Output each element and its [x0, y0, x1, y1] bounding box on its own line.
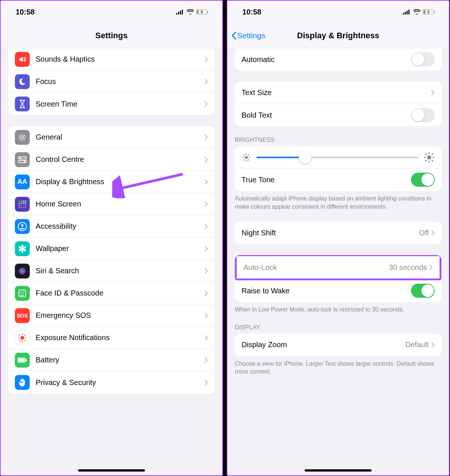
- chevron-right-icon: [204, 246, 208, 252]
- row-battery[interactable]: Battery: [8, 349, 215, 371]
- svg-point-47: [19, 339, 20, 341]
- chevron-right-icon: [204, 290, 208, 296]
- row-true-tone[interactable]: True Tone: [235, 169, 441, 191]
- svg-rect-1: [178, 12, 179, 14]
- svg-point-46: [22, 341, 23, 342]
- settings-group-1: Sounds & HapticsFocusScreen Time: [8, 48, 215, 115]
- row-text-size[interactable]: Text Size: [235, 82, 441, 104]
- row-bold-text[interactable]: Bold Text: [235, 104, 441, 126]
- svg-line-65: [243, 159, 245, 160]
- row-siri[interactable]: Siri & Search: [8, 260, 215, 282]
- night-shift-group: Night Shift Off: [235, 222, 441, 244]
- svg-line-75: [432, 153, 433, 154]
- display-zoom-value: Default: [405, 340, 429, 349]
- faceid-icon: [15, 286, 30, 301]
- row-accessibility[interactable]: Accessibility: [8, 215, 215, 238]
- svg-point-44: [26, 337, 27, 338]
- row-sounds[interactable]: Sounds & Haptics: [8, 48, 215, 71]
- chevron-right-icon: [204, 101, 208, 107]
- svg-point-67: [427, 155, 431, 160]
- brightness-header: BRIGHTNESS: [235, 137, 441, 143]
- nav-header: Settings Display & Brightness: [227, 23, 449, 48]
- page-title: Settings: [95, 31, 128, 40]
- raise-to-wake-toggle[interactable]: [411, 284, 435, 298]
- svg-line-74: [425, 160, 427, 161]
- svg-point-40: [23, 292, 24, 293]
- row-automatic[interactable]: Automatic: [235, 48, 441, 71]
- row-privacy[interactable]: Privacy & Security: [8, 371, 215, 394]
- back-label: Settings: [237, 31, 265, 40]
- right-phone-display-brightness: 10:58 5 Settings Display & Brightness Au…: [227, 0, 450, 476]
- siri-icon: [15, 264, 30, 278]
- svg-rect-52: [19, 359, 25, 362]
- svg-rect-56: [407, 11, 408, 14]
- svg-point-4: [21, 136, 24, 139]
- row-screentime[interactable]: Screen Time: [8, 93, 215, 115]
- accessibility-label: Accessibility: [36, 222, 204, 231]
- svg-point-43: [24, 334, 26, 336]
- battery-icon: 5: [196, 9, 207, 14]
- svg-rect-2: [180, 11, 181, 14]
- svg-rect-12: [25, 200, 26, 202]
- svg-rect-9: [19, 200, 20, 202]
- display-label: Display & Brightness: [36, 177, 204, 186]
- svg-point-48: [18, 337, 19, 338]
- svg-point-42: [22, 333, 23, 335]
- signal-icon: [176, 9, 184, 14]
- privacy-icon: [15, 375, 30, 390]
- row-wallpaper[interactable]: Wallpaper: [8, 238, 215, 260]
- chevron-right-icon: [429, 264, 433, 270]
- svg-rect-54: [403, 13, 404, 14]
- row-focus[interactable]: Focus: [8, 71, 215, 93]
- row-homescreen[interactable]: Home Screen: [8, 193, 215, 215]
- status-bar: 10:58 5: [1, 1, 222, 23]
- row-faceid[interactable]: Face ID & Passcode: [8, 282, 215, 304]
- brightness-high-icon: [424, 152, 435, 163]
- chevron-right-icon: [204, 313, 208, 319]
- accessibility-icon: [15, 219, 30, 234]
- brightness-slider[interactable]: [256, 157, 418, 158]
- automatic-label: Automatic: [242, 55, 411, 64]
- svg-rect-11: [23, 200, 24, 202]
- row-brightness-slider[interactable]: [235, 146, 441, 169]
- row-controlcentre[interactable]: Control Centre: [8, 149, 215, 171]
- status-icons: 5: [176, 9, 207, 14]
- svg-point-31: [22, 250, 23, 253]
- automatic-toggle[interactable]: [411, 52, 435, 66]
- chevron-right-icon: [204, 335, 208, 341]
- brightness-group: True Tone: [235, 146, 441, 191]
- bold-text-toggle[interactable]: [411, 108, 435, 122]
- svg-point-41: [20, 336, 24, 340]
- svg-line-63: [243, 154, 245, 156]
- row-display-zoom[interactable]: Display Zoom Default: [235, 334, 441, 356]
- true-tone-toggle[interactable]: [411, 173, 435, 187]
- chevron-right-icon: [204, 79, 208, 85]
- display-header: DISPLAY: [235, 324, 441, 331]
- wallpaper-icon: [15, 241, 30, 256]
- chevron-right-icon: [204, 224, 208, 229]
- row-raise-to-wake[interactable]: Raise to Wake: [235, 280, 441, 302]
- back-button[interactable]: Settings: [231, 31, 265, 40]
- svg-point-28: [22, 245, 23, 248]
- general-label: General: [36, 133, 204, 141]
- home-indicator[interactable]: [78, 469, 145, 472]
- homescreen-icon: [15, 197, 30, 212]
- svg-rect-24: [25, 206, 26, 208]
- auto-lock-label: Auto-Lock: [243, 263, 389, 272]
- controlcentre-label: Control Centre: [36, 155, 204, 164]
- row-exposure[interactable]: Exposure Notifications: [8, 327, 215, 349]
- svg-rect-18: [21, 205, 22, 206]
- home-indicator[interactable]: [305, 469, 372, 472]
- chevron-right-icon: [204, 134, 208, 140]
- row-night-shift[interactable]: Night Shift Off: [235, 222, 441, 244]
- row-general[interactable]: General: [8, 126, 215, 149]
- svg-rect-14: [21, 202, 22, 204]
- row-auto-lock[interactable]: Auto-Lock 30 seconds: [237, 256, 440, 278]
- row-sos[interactable]: SOSEmergency SOS: [8, 304, 215, 327]
- display-zoom-group: Display Zoom Default: [235, 334, 441, 356]
- row-display[interactable]: AADisplay & Brightness: [8, 171, 215, 193]
- sos-icon: SOS: [15, 308, 30, 323]
- display-icon: AA: [15, 175, 30, 189]
- svg-rect-13: [19, 202, 20, 204]
- wifi-icon: [413, 9, 421, 14]
